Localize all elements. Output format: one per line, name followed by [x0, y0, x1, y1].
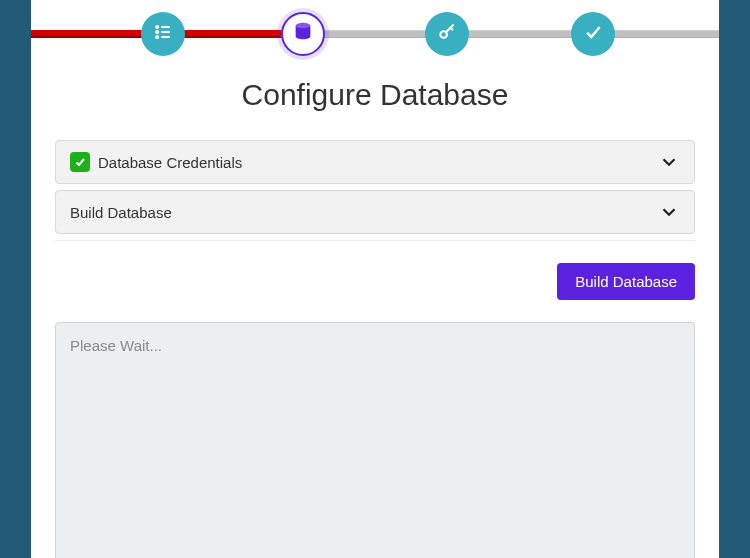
accordion-build-title: Build Database: [70, 204, 172, 221]
check-badge-icon: [70, 152, 90, 172]
accordion-credentials: Database Credentials: [55, 140, 695, 184]
list-icon: [153, 22, 173, 46]
step-2-current[interactable]: [281, 12, 325, 56]
accordion-header-left: Build Database: [70, 204, 172, 221]
svg-point-8: [440, 31, 447, 38]
accordion-credentials-header[interactable]: Database Credentials: [55, 140, 695, 184]
database-icon: [292, 21, 314, 47]
accordion-header-left: Database Credentials: [70, 152, 242, 172]
svg-point-7: [296, 23, 311, 29]
output-placeholder-text: Please Wait...: [70, 337, 162, 354]
svg-point-4: [156, 36, 158, 38]
key-icon: [437, 22, 457, 46]
accordion-build: Build Database: [55, 190, 695, 234]
svg-point-2: [156, 31, 158, 33]
accordion-credentials-title: Database Credentials: [98, 154, 242, 171]
step-3[interactable]: [425, 12, 469, 56]
main-panel: Configure Database Database Credentials …: [31, 0, 719, 558]
chevron-down-icon: [658, 151, 680, 173]
step-4[interactable]: [571, 12, 615, 56]
svg-point-0: [156, 26, 158, 28]
stepper: [31, 0, 719, 60]
build-button-row: Build Database: [55, 263, 695, 300]
build-section-body: Build Database Please Wait...: [55, 240, 695, 558]
chevron-down-icon: [658, 201, 680, 223]
accordion-build-header[interactable]: Build Database: [55, 190, 695, 234]
step-1[interactable]: [141, 12, 185, 56]
check-icon: [583, 22, 603, 46]
output-box: Please Wait...: [55, 322, 695, 558]
page-title: Configure Database: [31, 78, 719, 112]
build-database-button[interactable]: Build Database: [557, 263, 695, 300]
